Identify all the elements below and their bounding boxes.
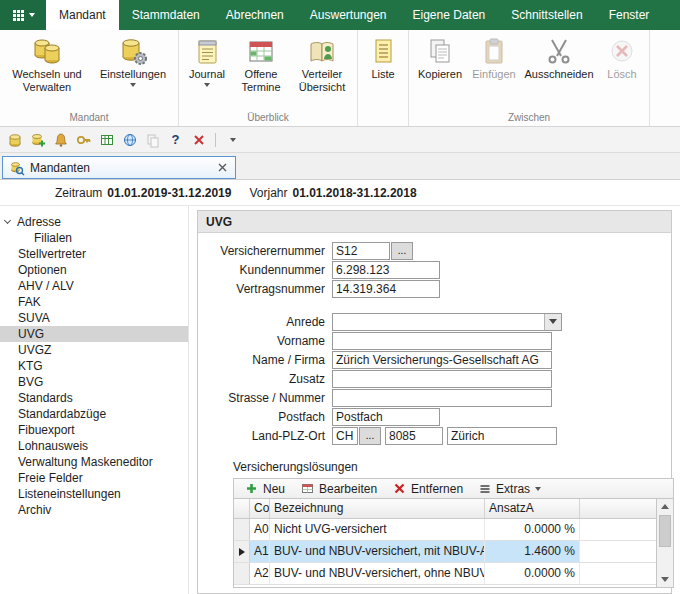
einfuegen-button[interactable]: Einfügen xyxy=(468,33,520,83)
button-label: Verteiler Übersicht xyxy=(292,68,352,94)
anrede-input[interactable] xyxy=(333,314,544,330)
sidebar-item-optionen[interactable]: Optionen xyxy=(0,262,188,278)
anrede-dropdown-button[interactable] xyxy=(544,314,561,330)
land-input[interactable] xyxy=(332,427,358,445)
scroll-up-button[interactable] xyxy=(657,499,674,514)
ort-input[interactable] xyxy=(447,427,557,445)
close-red-icon[interactable] xyxy=(190,131,207,148)
sidebar-item-filialen[interactable]: Filialen xyxy=(0,230,188,246)
edit-grid-icon xyxy=(301,482,314,495)
journal-icon xyxy=(191,35,223,67)
chevron-down-icon xyxy=(4,217,11,224)
einstellungen-button[interactable]: Einstellungen xyxy=(91,33,175,89)
tab-mandanten[interactable]: Mandanten xyxy=(2,156,236,179)
menu-tab-auswertungen[interactable]: Auswertungen xyxy=(297,0,400,30)
toolbar-overflow-icon[interactable] xyxy=(224,131,241,148)
liste-button[interactable]: Liste xyxy=(361,33,405,83)
button-label: Einfügen xyxy=(472,68,515,81)
menu-tab-stammdaten[interactable]: Stammdaten xyxy=(119,0,213,30)
sidebar-item-ktg[interactable]: KTG xyxy=(0,358,188,374)
bell-icon[interactable] xyxy=(52,131,69,148)
tree-item-label: UVG xyxy=(18,327,44,341)
sidebar-item-ahv-alv[interactable]: AHV / ALV xyxy=(0,278,188,294)
sidebar-item-stellvertreter[interactable]: Stellvertreter xyxy=(0,246,188,262)
list-icon xyxy=(367,35,399,67)
mandanten-tab-icon xyxy=(9,160,25,176)
menu-tab-mandant[interactable]: Mandant xyxy=(46,0,119,30)
globe-icon[interactable] xyxy=(121,131,138,148)
sidebar-item-suva[interactable]: SUVA xyxy=(0,310,188,326)
sidebar-item-uvg[interactable]: UVG xyxy=(0,326,188,342)
ausschneiden-button[interactable]: Ausschneiden xyxy=(520,33,598,83)
button-label: Extras xyxy=(496,482,530,496)
sidebar-item-bvg[interactable]: BVG xyxy=(0,374,188,390)
vertragsnummer-input[interactable] xyxy=(332,280,440,298)
menu-tab-fenster[interactable]: Fenster xyxy=(596,0,663,30)
app-menu-button[interactable] xyxy=(0,0,46,30)
period-bar: Zeitraum 01.01.2019-31.12.2019 Vorjahr 0… xyxy=(0,180,680,206)
scrollbar-thumb[interactable] xyxy=(659,515,671,547)
verteiler-uebersicht-button[interactable]: Verteiler Übersicht xyxy=(290,33,354,96)
land-plz-ort-label: Land-PLZ-Ort xyxy=(202,429,332,443)
plz-input[interactable] xyxy=(385,427,443,445)
menu-tab-abrechnen[interactable]: Abrechnen xyxy=(213,0,297,30)
loeschen-button[interactable]: Lösch xyxy=(598,33,646,83)
zusatz-input[interactable] xyxy=(332,370,552,388)
sidebar-item-lohnausweis[interactable]: Lohnausweis xyxy=(0,438,188,454)
offene-termine-button[interactable]: Offene Termine xyxy=(232,33,290,96)
vorname-input[interactable] xyxy=(332,332,552,350)
wechseln-und-verwalten-button[interactable]: Wechseln und Verwalten xyxy=(3,33,91,96)
sidebar-item-adresse[interactable]: Adresse xyxy=(0,214,188,230)
anrede-combobox[interactable] xyxy=(332,313,562,331)
mandant-manage-icon[interactable] xyxy=(6,131,23,148)
tab-close-icon[interactable] xyxy=(215,161,229,175)
quick-access-toolbar: ? xyxy=(0,127,680,153)
versicherernummer-input[interactable] xyxy=(332,242,390,260)
sidebar-item-fibuexport[interactable]: Fibuexport xyxy=(0,422,188,438)
sidebar-item-freie-felder[interactable]: Freie Felder xyxy=(0,470,188,486)
sidebar-item-standardabzuege[interactable]: Standardabzüge xyxy=(0,406,188,422)
column-header-bezeichnung[interactable]: Bezeichnung xyxy=(270,499,485,518)
sidebar-item-standards[interactable]: Standards xyxy=(0,390,188,406)
button-label: Kopieren xyxy=(418,68,462,81)
land-browse-button[interactable]: ... xyxy=(359,427,381,445)
table-row[interactable]: A0 Nicht UVG-versichert 0.0000 % xyxy=(234,519,656,541)
help-icon[interactable]: ? xyxy=(167,131,184,148)
table-icon[interactable] xyxy=(98,131,115,148)
menu-tab-schnittstellen[interactable]: Schnittstellen xyxy=(498,0,595,30)
kopieren-button[interactable]: Kopieren xyxy=(412,33,468,83)
vorname-label: Vorname xyxy=(202,334,332,348)
name-firma-input[interactable] xyxy=(332,351,552,369)
strasse-nummer-input[interactable] xyxy=(332,389,552,407)
button-label: Entfernen xyxy=(411,482,463,496)
column-header-code[interactable]: Co xyxy=(250,499,270,518)
table-row-selected[interactable]: A1 BUV- und NBUV-versichert, mit NBUV-Ab… xyxy=(234,541,656,563)
column-header-ansatz[interactable]: AnsatzA xyxy=(485,499,580,518)
menu-tab-eigene-daten[interactable]: Eigene Daten xyxy=(400,0,499,30)
neu-button[interactable]: Neu xyxy=(237,479,293,498)
bearbeiten-button[interactable]: Bearbeiten xyxy=(293,479,385,498)
versicherernummer-browse-button[interactable]: ... xyxy=(391,242,413,260)
vertical-scrollbar[interactable] xyxy=(656,499,673,587)
scroll-down-button[interactable] xyxy=(657,572,674,587)
mandant-new-icon[interactable] xyxy=(29,131,46,148)
sidebar-item-fak[interactable]: FAK xyxy=(0,294,188,310)
content-area: Adresse Filialen Stellvertreter Optionen… xyxy=(0,206,680,594)
journal-button[interactable]: Journal xyxy=(182,33,232,89)
tree-item-label: Lohnausweis xyxy=(18,439,88,453)
ribbon-menubar: Mandant Stammdaten Abrechnen Auswertunge… xyxy=(0,0,680,30)
calendar-grid-icon xyxy=(245,35,277,67)
entfernen-button[interactable]: Entfernen xyxy=(385,479,471,498)
copy-icon[interactable] xyxy=(144,131,161,148)
sidebar-item-verwaltung-maskeneditor[interactable]: Verwaltung Maskeneditor xyxy=(0,454,188,470)
key-icon[interactable] xyxy=(75,131,92,148)
database-settings-icon xyxy=(117,35,149,67)
kundennummer-input[interactable] xyxy=(332,261,440,279)
extras-button[interactable]: Extras xyxy=(471,479,549,498)
sidebar-item-uvgz[interactable]: UVGZ xyxy=(0,342,188,358)
table-row[interactable]: A2 BUV- und NBUV-versichert, ohne NBUV-A… xyxy=(234,563,656,585)
postfach-input[interactable] xyxy=(332,408,440,426)
sidebar-item-listeneinstellungen[interactable]: Listeneinstellungen xyxy=(0,486,188,502)
sidebar-item-archiv[interactable]: Archiv xyxy=(0,502,188,518)
scrollbar-track[interactable] xyxy=(657,514,673,572)
